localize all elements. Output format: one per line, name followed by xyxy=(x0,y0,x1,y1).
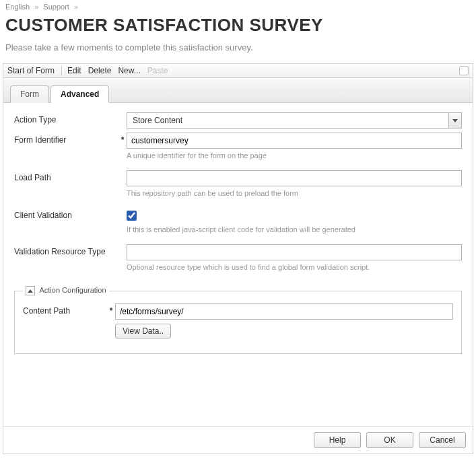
action-configuration-legend: Action Configuration xyxy=(23,286,109,295)
form-area: Action Type Store Content Form Identifie… xyxy=(3,103,473,426)
collapse-button[interactable] xyxy=(26,286,35,295)
action-configuration-group: Action Configuration Content Path * View… xyxy=(14,286,462,354)
tabbar: Form Advanced xyxy=(3,78,473,103)
action-configuration-label: Action Configuration xyxy=(39,286,106,294)
label-content-path: Content Path xyxy=(23,303,107,316)
hint-client-validation: If this is enabled java-script client co… xyxy=(127,223,462,240)
toolbar-start-of-form[interactable]: Start of Form xyxy=(7,66,55,75)
help-button[interactable]: Help xyxy=(314,432,361,448)
load-path-input[interactable] xyxy=(127,170,462,186)
chevron-up-icon xyxy=(28,289,33,293)
req-spacer xyxy=(118,244,127,247)
req-spacer xyxy=(118,112,127,115)
validation-resource-type-input[interactable] xyxy=(127,244,462,260)
req-spacer xyxy=(118,170,127,173)
hint-validation-resource-type: Optional resource type which is used to … xyxy=(127,260,462,278)
breadcrumb-lang[interactable]: English xyxy=(5,3,30,11)
label-action-type: Action Type xyxy=(14,112,118,124)
toolbar-new[interactable]: New... xyxy=(118,66,140,75)
dialog-footer: Help OK Cancel xyxy=(3,426,473,454)
action-type-dropdown-button[interactable] xyxy=(448,112,462,129)
toolbar-edit[interactable]: Edit xyxy=(67,66,81,75)
label-load-path: Load Path xyxy=(14,170,118,182)
toolbar-delete[interactable]: Delete xyxy=(88,66,112,75)
action-type-select[interactable]: Store Content xyxy=(127,112,462,129)
page-title: CUSTOMER SATISFACTION SURVEY xyxy=(0,13,476,42)
breadcrumb-sep: » xyxy=(74,3,78,11)
label-form-identifier: Form Identifier xyxy=(14,133,118,145)
cancel-button[interactable]: Cancel xyxy=(419,432,466,448)
page-intro: Please take a few moments to complete th… xyxy=(0,42,476,63)
breadcrumb-sep: » xyxy=(34,3,38,11)
breadcrumb-section[interactable]: Support xyxy=(43,3,69,11)
req-spacer xyxy=(118,208,127,211)
hint-form-identifier: A unique identifier for the form on the … xyxy=(127,149,462,166)
toolbar-right-icon[interactable] xyxy=(459,66,469,75)
content-path-input[interactable] xyxy=(115,303,453,320)
view-data-button[interactable]: View Data.. xyxy=(115,324,171,338)
toolbar-separator xyxy=(61,66,62,75)
tab-form[interactable]: Form xyxy=(10,85,49,103)
toolbar-paste: Paste xyxy=(147,66,168,75)
required-marker: * xyxy=(107,303,115,316)
client-validation-checkbox[interactable] xyxy=(127,211,137,221)
required-marker: * xyxy=(118,133,127,145)
breadcrumb: English » Support » xyxy=(0,0,476,13)
chevron-down-icon xyxy=(452,119,458,122)
ok-button[interactable]: OK xyxy=(366,432,413,448)
label-validation-resource-type: Validation Resource Type xyxy=(14,244,118,256)
hint-load-path: This repository path can be used to prel… xyxy=(127,186,462,204)
dialog: Form Advanced Action Type Store Content … xyxy=(3,78,473,454)
toolbar: Start of Form Edit Delete New... Paste xyxy=(3,63,473,78)
form-identifier-input[interactable] xyxy=(127,133,462,149)
tab-advanced[interactable]: Advanced xyxy=(50,85,109,103)
label-client-validation: Client Validation xyxy=(14,208,118,220)
